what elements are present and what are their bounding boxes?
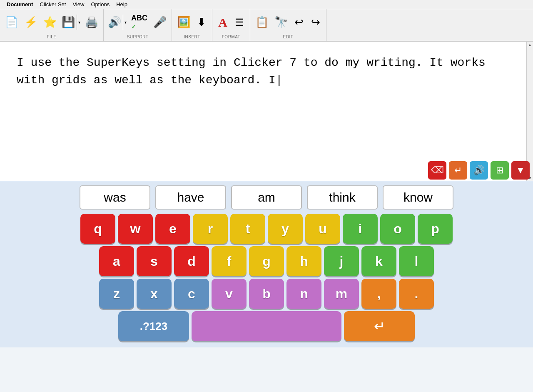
document-area[interactable]: I use the SuperKeys setting in Clicker 7… (0, 42, 533, 181)
key-row-bottom: .?123 ↵ (118, 311, 415, 341)
key-h[interactable]: h (286, 246, 321, 276)
toolbar-group-file: 📄 ⚡ ⭐ 💾 ▾ 🖨️ FILE (0, 9, 104, 41)
key-x[interactable]: x (137, 279, 172, 309)
key-s[interactable]: s (137, 246, 172, 276)
word-know[interactable]: know (383, 185, 453, 210)
find-icon: 🔭 (274, 16, 288, 28)
key-space[interactable] (192, 311, 341, 341)
toolbar: 📄 ⚡ ⭐ 💾 ▾ 🖨️ FILE 🔊 (0, 9, 533, 42)
menu-help[interactable]: Help (113, 0, 131, 8)
symbol-button[interactable]: ⬇ (194, 15, 209, 30)
speak-split-button[interactable]: 🔊 ▾ (106, 15, 128, 30)
key-q[interactable]: q (80, 214, 115, 244)
spellcheck-button[interactable]: ABC✓ (129, 12, 150, 32)
return-button[interactable]: ↵ (449, 161, 467, 180)
print-icon: 🖨️ (85, 16, 98, 28)
menu-options[interactable]: Options (87, 0, 113, 8)
toolbar-group-format: A ☰ FORMAT (212, 9, 250, 41)
paste-icon: 📋 (255, 16, 269, 28)
key-l[interactable]: l (399, 246, 434, 276)
microphone-button[interactable]: 🎤 (151, 15, 169, 30)
symbol-icon: ⬇ (197, 16, 206, 28)
microphone-icon: 🎤 (153, 16, 167, 28)
image-button[interactable]: 🖼️ (174, 15, 193, 30)
align-icon: ☰ (235, 17, 244, 28)
action-buttons: ⌫ ↵ 🔊 ⊞ ▼ (0, 160, 533, 181)
toolbar-group-support: 🔊 ▾ ABC✓ 🎤 SUPPORT (104, 9, 172, 41)
font-button[interactable]: A (215, 14, 231, 31)
key-e[interactable]: e (155, 214, 190, 244)
key-c[interactable]: c (174, 279, 209, 309)
key-z[interactable]: z (99, 279, 134, 309)
paste-button[interactable]: 📋 (253, 15, 271, 30)
key-numbers[interactable]: .?123 (118, 311, 189, 341)
insert-label: INSERT (184, 35, 200, 39)
speak-main[interactable]: 🔊 (106, 15, 123, 30)
word-suggestions: was have am think know (0, 185, 533, 210)
scroll-up-arrow[interactable]: ▲ (527, 42, 533, 47)
key-v[interactable]: v (212, 279, 247, 309)
key-a[interactable]: a (99, 246, 134, 276)
speak-button[interactable]: 🔊 (470, 161, 488, 180)
key-enter[interactable]: ↵ (344, 311, 415, 341)
word-think[interactable]: think (307, 185, 378, 210)
speak-dropdown-arrow[interactable]: ▾ (123, 15, 128, 30)
document-line1: I use the SuperKeys setting in Clicker 7… (17, 54, 510, 72)
find-button[interactable]: 🔭 (272, 15, 290, 30)
save-dropdown-arrow[interactable]: ▾ (77, 15, 82, 30)
format-label: FORMAT (222, 35, 240, 39)
open-button[interactable]: ⚡ (22, 15, 40, 30)
file-label: FILE (47, 35, 56, 39)
key-o[interactable]: o (380, 214, 415, 244)
new-icon: 📄 (5, 16, 18, 28)
menu-clicker-set[interactable]: Clicker Set (37, 0, 70, 8)
key-u[interactable]: u (305, 214, 340, 244)
key-y[interactable]: y (268, 214, 303, 244)
key-p[interactable]: p (418, 214, 453, 244)
key-n[interactable]: n (286, 279, 321, 309)
align-button[interactable]: ☰ (232, 15, 247, 30)
bookmark-icon: ⭐ (43, 16, 57, 28)
key-w[interactable]: w (118, 214, 153, 244)
grid-button[interactable]: ⊞ (491, 161, 509, 180)
key-comma[interactable]: , (361, 279, 396, 309)
keyboard-area: was have am think know q w e r t y u i o… (0, 181, 533, 347)
save-main[interactable]: 💾 (60, 15, 77, 30)
toolbar-group-insert: 🖼️ ⬇ INSERT (172, 9, 212, 41)
backspace-button[interactable]: ⌫ (428, 161, 446, 180)
spellcheck-icon: ABC✓ (131, 14, 147, 31)
key-period[interactable]: . (399, 279, 434, 309)
save-icon: 💾 (62, 16, 75, 28)
key-row-1: q w e r t y u i o p (80, 214, 453, 244)
document-content[interactable]: I use the SuperKeys setting in Clicker 7… (0, 42, 526, 102)
toolbar-group-edit: 📋 🔭 ↩ ↪ EDIT (250, 9, 326, 41)
key-k[interactable]: k (361, 246, 396, 276)
word-am[interactable]: am (231, 185, 302, 210)
key-i[interactable]: i (343, 214, 378, 244)
key-row-2: a s d f g h j k l (99, 246, 434, 276)
bookmark-button[interactable]: ⭐ (41, 15, 59, 30)
edit-label: EDIT (283, 35, 294, 39)
redo-button[interactable]: ↪ (308, 15, 324, 30)
collapse-button[interactable]: ▼ (511, 161, 530, 180)
key-m[interactable]: m (324, 279, 359, 309)
key-g[interactable]: g (249, 246, 284, 276)
keyboard-rows: q w e r t y u i o p a s d f g h j k l z … (0, 214, 533, 341)
word-have[interactable]: have (155, 185, 226, 210)
key-t[interactable]: t (230, 214, 265, 244)
print-button[interactable]: 🖨️ (82, 15, 101, 30)
enter-icon: ↵ (374, 318, 385, 334)
word-was[interactable]: was (80, 185, 150, 210)
key-r[interactable]: r (193, 214, 228, 244)
key-f[interactable]: f (212, 246, 247, 276)
document-line2: with grids as well as the keyboard. I (17, 72, 510, 89)
menu-view[interactable]: View (69, 0, 87, 8)
save-split-button[interactable]: 💾 ▾ (60, 15, 82, 30)
undo-button[interactable]: ↩ (291, 15, 307, 30)
new-button[interactable]: 📄 (2, 15, 21, 30)
key-j[interactable]: j (324, 246, 359, 276)
key-d[interactable]: d (174, 246, 209, 276)
redo-icon: ↪ (311, 16, 320, 28)
menu-document[interactable]: Document (3, 0, 37, 8)
key-b[interactable]: b (249, 279, 284, 309)
